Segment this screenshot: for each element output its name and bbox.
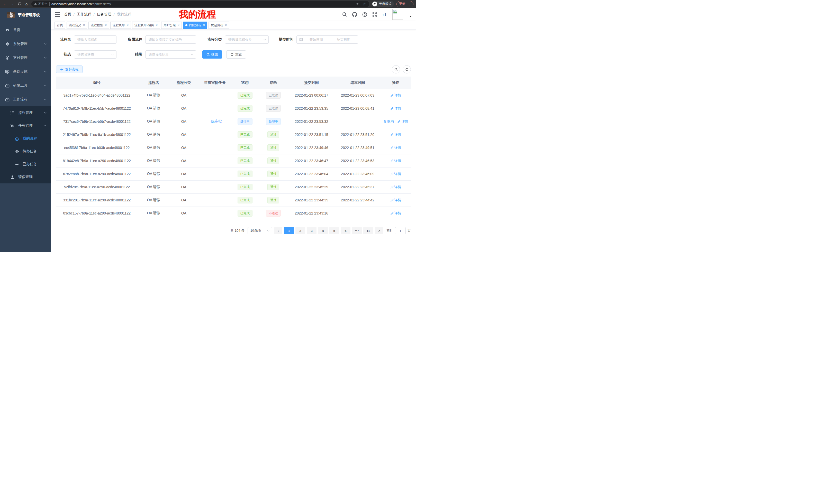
forward-icon[interactable]: → (10, 2, 15, 6)
sidebar-item-process-mgmt[interactable]: 流程管理 (0, 106, 51, 119)
status-badge: 已完成 (238, 184, 253, 190)
next-page-button[interactable] (375, 227, 383, 234)
page-button-5[interactable]: 5 (329, 227, 339, 234)
avatar[interactable] (392, 9, 403, 20)
detail-link[interactable]: 详情 (391, 106, 401, 111)
page-size-select[interactable]: 10条/页 (248, 227, 272, 234)
browser-menu-icon[interactable]: ⋮ (408, 2, 411, 6)
page-button-2[interactable]: 2 (295, 227, 305, 234)
cancel-link[interactable]: 取消 (383, 119, 394, 124)
breadcrumb-home[interactable]: 首页 (64, 12, 71, 17)
sidebar-item-todo-tasks[interactable]: 待办任务 (0, 145, 51, 158)
process-name-input[interactable] (74, 38, 116, 41)
detail-link[interactable]: 详情 (391, 132, 401, 137)
tab-start-process[interactable]: 发起流程× (209, 22, 229, 29)
tab-my-process[interactable]: 我的流程× (183, 22, 207, 29)
reset-button[interactable]: 重置 (226, 50, 246, 59)
date-range-picker[interactable]: - (296, 35, 358, 44)
close-icon[interactable]: × (156, 24, 158, 27)
detail-link[interactable]: 详情 (391, 93, 401, 97)
search-button[interactable]: 搜索 (202, 50, 222, 59)
sidebar-item-home[interactable]: 首页 (0, 23, 51, 37)
page-button-4[interactable]: 4 (318, 227, 328, 234)
cell-submit-time: 2022-01-22 23:46:47 (288, 155, 335, 167)
tab-process-form-edit[interactable]: 流程表单-编辑× (132, 22, 160, 29)
cell-current-task (198, 207, 232, 220)
sidebar-item-payment[interactable]: 支付管理 (0, 51, 51, 65)
tab-user-group[interactable]: 用户分组× (161, 22, 182, 29)
sidebar-item-my-process[interactable]: 我的流程 (0, 132, 51, 145)
tab-process-model[interactable]: 流程模型× (88, 22, 109, 29)
detail-link[interactable]: 详情 (391, 185, 401, 189)
start-process-button[interactable]: 发起流程 (56, 65, 82, 73)
detail-link[interactable]: 详情 (391, 145, 401, 150)
reload-icon[interactable] (17, 2, 22, 6)
page-button-11[interactable]: 11 (363, 227, 373, 234)
detail-link[interactable]: 详情 (397, 119, 408, 124)
refresh-table-button[interactable] (402, 65, 411, 74)
tab-home[interactable]: 首页 (54, 22, 65, 29)
avatar-dropdown-caret-icon[interactable] (409, 16, 412, 17)
current-task-link[interactable]: 一级审批 (208, 119, 222, 123)
sidebar-item-infra[interactable]: 基础设施 (0, 65, 51, 79)
key-icon[interactable] (356, 2, 360, 6)
cell-result: 通过 (258, 155, 288, 167)
detail-link[interactable]: 详情 (391, 211, 401, 216)
security-chip[interactable]: 不安全 (34, 2, 48, 6)
back-icon[interactable]: ← (3, 2, 7, 6)
home-icon[interactable]: ⌂ (24, 2, 29, 6)
cell-current-task (198, 128, 232, 141)
sidebar-item-leave-query[interactable]: 请假查询 (0, 171, 51, 184)
close-icon[interactable]: × (127, 24, 129, 27)
edit-icon (391, 146, 394, 149)
cell-actions: 详情 (381, 155, 411, 167)
tab-process-form[interactable]: 流程表单× (110, 22, 131, 29)
close-icon[interactable]: × (105, 24, 107, 27)
cell-result: 已取消 (258, 102, 288, 115)
page-ellipsis[interactable]: ••• (352, 227, 362, 234)
sidebar-item-workflow[interactable]: 工作流程 (0, 92, 51, 106)
tab-process-definition[interactable]: 流程定义× (67, 22, 87, 29)
breadcrumb-task-mgmt[interactable]: 任务管理 (97, 12, 111, 17)
cell-end-time (335, 115, 381, 128)
hamburger-icon[interactable] (55, 12, 60, 17)
url-text[interactable]: dashboard.yudao.iocoder.cn/bpm/task/my (51, 2, 111, 6)
search-icon[interactable] (342, 12, 347, 17)
detail-link[interactable]: 详情 (391, 172, 401, 176)
cell-id: 7470a810-7b9b-11ec-b5b7-acde48001122 (56, 102, 137, 115)
cell-actions: 详情 (381, 180, 411, 194)
breadcrumb-workflow[interactable]: 工作流程 (77, 12, 91, 17)
close-icon[interactable]: × (178, 24, 179, 27)
cell-result: 通过 (258, 180, 288, 194)
page-button-6[interactable]: 6 (341, 227, 350, 234)
fullscreen-icon[interactable] (372, 12, 377, 17)
help-icon[interactable] (362, 12, 367, 17)
process-category-select[interactable] (225, 35, 269, 44)
bookmark-star-icon[interactable]: ☆ (362, 2, 367, 6)
end-date-input[interactable] (332, 38, 355, 41)
github-icon[interactable] (352, 12, 357, 17)
toggle-search-button[interactable] (392, 65, 400, 74)
detail-link[interactable]: 详情 (391, 198, 401, 202)
close-icon[interactable]: × (225, 24, 227, 27)
sidebar-item-devtools[interactable]: 研发工具 (0, 79, 51, 92)
update-button[interactable]: 更新 ⋮ (396, 1, 413, 7)
start-date-input[interactable] (305, 38, 328, 41)
process-definition-input[interactable] (146, 38, 196, 41)
close-icon[interactable]: × (83, 24, 85, 27)
result-select[interactable] (145, 50, 196, 59)
prev-page-button[interactable] (274, 227, 282, 234)
url-bar[interactable]: 不安全 dashboard.yudao.iocoder.cn/bpm/task/… (31, 1, 369, 7)
sidebar-item-done-tasks[interactable]: 已办任务 (0, 158, 51, 171)
page-button-1[interactable]: 1 (284, 227, 294, 234)
cell-actions: 详情 (381, 141, 411, 155)
detail-link[interactable]: 详情 (391, 159, 401, 163)
goto-page-input[interactable] (395, 229, 406, 233)
font-size-icon[interactable]: TT (382, 12, 387, 17)
status-select[interactable] (74, 50, 116, 59)
sidebar-item-task-mgmt[interactable]: 任务管理 (0, 119, 51, 132)
app-logo-row[interactable]: 芋道管理系统 (0, 8, 51, 22)
page-button-3[interactable]: 3 (307, 227, 316, 234)
sidebar-item-system[interactable]: 系统管理 (0, 37, 51, 51)
close-icon[interactable]: × (203, 24, 205, 27)
